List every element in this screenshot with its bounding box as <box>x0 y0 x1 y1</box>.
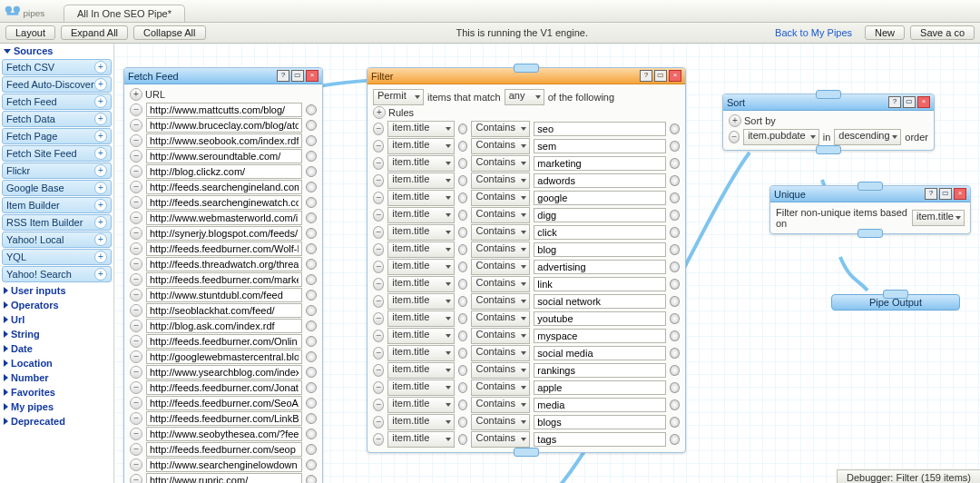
add-icon[interactable]: + <box>94 233 107 246</box>
remove-button[interactable] <box>130 273 142 286</box>
port[interactable] <box>458 123 468 134</box>
remove-button[interactable] <box>373 192 384 204</box>
remove-button[interactable] <box>373 312 384 325</box>
category-sources[interactable]: Sources <box>0 44 113 58</box>
add-icon[interactable]: + <box>94 268 107 281</box>
url-input[interactable] <box>146 133 302 148</box>
source-item[interactable]: Fetch Feed+ <box>2 94 112 110</box>
operator-select[interactable]: Contains <box>471 328 530 344</box>
remove-button[interactable] <box>373 381 384 394</box>
operator-select[interactable]: Contains <box>471 310 530 327</box>
port[interactable] <box>306 104 317 115</box>
source-item[interactable]: Fetch CSV+ <box>2 59 112 75</box>
remove-button[interactable] <box>130 165 142 178</box>
port[interactable] <box>306 259 317 270</box>
add-icon[interactable]: + <box>94 147 107 160</box>
port[interactable] <box>458 365 468 376</box>
url-input[interactable] <box>146 303 302 318</box>
module-title[interactable]: Fetch Feed ? ▭ × <box>124 68 322 84</box>
field-select[interactable]: item.title <box>387 155 455 172</box>
remove-button[interactable] <box>130 196 142 209</box>
operator-select[interactable]: Contains <box>471 380 530 396</box>
remove-button[interactable] <box>373 261 384 273</box>
module-fetch-feed[interactable]: Fetch Feed ? ▭ × URL <box>123 67 323 483</box>
field-select[interactable]: item.title <box>387 362 455 379</box>
add-icon[interactable]: + <box>94 251 107 263</box>
input-port[interactable] <box>858 182 883 191</box>
remove-button[interactable] <box>373 330 384 342</box>
port[interactable] <box>670 141 680 152</box>
operator-select[interactable]: Contains <box>471 414 530 430</box>
port[interactable] <box>458 192 468 203</box>
port[interactable] <box>458 417 468 428</box>
port[interactable] <box>670 279 680 290</box>
value-input[interactable] <box>534 208 666 222</box>
operator-select[interactable]: Contains <box>471 224 530 241</box>
port[interactable] <box>306 120 317 131</box>
source-item[interactable]: Yahoo! Search+ <box>2 266 112 282</box>
remove-button[interactable] <box>130 458 142 471</box>
remove-button[interactable] <box>373 364 384 377</box>
url-input[interactable] <box>146 180 302 194</box>
port[interactable] <box>670 192 680 203</box>
module-filter[interactable]: Filter ? ▭ × Permit items that match any… <box>367 67 686 453</box>
value-input[interactable] <box>534 311 666 326</box>
port[interactable] <box>306 444 317 455</box>
collapse-all-button[interactable]: Collapse All <box>133 25 205 40</box>
value-input[interactable] <box>534 380 666 395</box>
port[interactable] <box>306 351 317 362</box>
canvas[interactable]: Fetch Feed ? ▭ × URL Filter ? ▭ × Permit <box>114 44 980 483</box>
source-item[interactable]: Yahoo! Local+ <box>2 232 112 248</box>
port[interactable] <box>306 197 317 208</box>
port[interactable] <box>670 261 680 272</box>
url-input[interactable] <box>146 226 302 241</box>
field-select[interactable]: item.title <box>387 345 455 361</box>
port[interactable] <box>458 158 468 169</box>
module-sort[interactable]: Sort ? ▭ × Sort by item.pubdate in desce… <box>722 94 935 151</box>
add-icon[interactable]: + <box>94 164 107 177</box>
operator-select[interactable]: Contains <box>471 121 530 137</box>
port[interactable] <box>306 320 317 331</box>
new-button[interactable]: New <box>865 25 905 40</box>
field-select[interactable]: item.title <box>387 224 455 241</box>
field-select[interactable]: item.title <box>387 293 455 310</box>
port[interactable] <box>458 399 468 410</box>
port[interactable] <box>458 261 468 272</box>
add-url-button[interactable] <box>130 88 142 101</box>
back-to-pipes-link[interactable]: Back to My Pipes <box>775 27 852 38</box>
port[interactable] <box>306 367 317 378</box>
value-input[interactable] <box>534 346 666 360</box>
port[interactable] <box>458 348 468 359</box>
port[interactable] <box>670 330 680 341</box>
url-input[interactable] <box>146 103 302 117</box>
remove-button[interactable] <box>373 278 384 291</box>
url-input[interactable] <box>146 164 302 179</box>
add-rule-button[interactable] <box>373 106 386 119</box>
help-icon[interactable]: ? <box>277 70 289 82</box>
value-input[interactable] <box>534 156 666 171</box>
operator-select[interactable]: Contains <box>471 397 530 413</box>
url-input[interactable] <box>146 427 302 441</box>
url-input[interactable] <box>146 211 302 225</box>
remove-button[interactable] <box>373 399 384 411</box>
port[interactable] <box>458 175 468 186</box>
remove-button[interactable] <box>130 350 142 363</box>
port[interactable] <box>670 399 680 410</box>
url-input[interactable] <box>146 396 302 410</box>
port[interactable] <box>306 305 317 316</box>
remove-button[interactable] <box>373 123 384 135</box>
add-icon[interactable]: + <box>94 113 107 125</box>
value-input[interactable] <box>534 294 666 309</box>
category-item[interactable]: Operators <box>0 298 113 312</box>
field-select[interactable]: item.title <box>387 380 455 396</box>
port[interactable] <box>306 459 317 470</box>
remove-button[interactable] <box>130 428 142 440</box>
url-input[interactable] <box>146 380 302 395</box>
operator-select[interactable]: Contains <box>471 259 530 275</box>
port[interactable] <box>306 166 317 177</box>
remove-button[interactable] <box>130 150 142 163</box>
add-icon[interactable]: + <box>94 130 107 143</box>
source-item[interactable]: Google Base+ <box>2 180 112 196</box>
output-port[interactable] <box>816 145 841 154</box>
remove-button[interactable] <box>373 243 384 256</box>
